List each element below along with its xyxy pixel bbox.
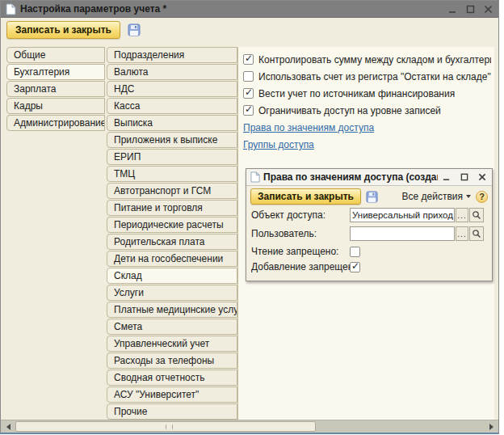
arrow-left-icon: [6, 424, 10, 430]
category-tab[interactable]: Расходы за телефоны: [107, 353, 237, 369]
magnifier-icon: [472, 229, 481, 239]
checkbox-row: Вести учет по источникам финансирования: [243, 86, 491, 101]
all-actions-label: Все действия: [402, 191, 463, 202]
field-row: Пользователь: ...: [246, 226, 492, 241]
dialog-toolbar: Записать и закрыть Все действия ?: [246, 186, 492, 208]
tab-buhgalteriya[interactable]: Бухгалтерия: [6, 64, 105, 80]
field-label: Добавление запрещено:: [251, 261, 350, 272]
link-row: Права по значениям доступа: [243, 120, 491, 137]
checkbox-label: Использовать счет из регистра "Остатки н…: [258, 71, 491, 82]
category-tab[interactable]: Платные медицинские услуги: [107, 302, 237, 318]
read-forbidden-checkbox[interactable]: [350, 247, 360, 257]
field-label: Пользователь:: [251, 228, 350, 239]
checkbox-label: Ограничивать доступ на уровне записей: [258, 105, 441, 116]
category-tab[interactable]: Дети на гособеспечении: [107, 251, 237, 267]
tab-zarplata[interactable]: Зарплата: [6, 81, 105, 97]
checkbox[interactable]: [243, 54, 254, 65]
close-icon: [484, 5, 493, 14]
window-controls: [447, 3, 494, 15]
category-tab[interactable]: Касса: [107, 98, 237, 114]
arrow-right-icon: [489, 424, 494, 430]
field-label: Чтение запрещено:: [251, 246, 350, 257]
checkbox-row: Контролировать сумму между складом и бух…: [243, 52, 491, 67]
category-tab[interactable]: Периодические расчеты: [107, 217, 237, 233]
category-tab[interactable]: Родительская плата: [107, 234, 237, 250]
category-tab[interactable]: АСУ "Университет": [107, 386, 237, 403]
window-title: Настройка параметров учета *: [20, 3, 443, 15]
save-button[interactable]: [128, 23, 141, 36]
save-and-close-button[interactable]: Записать и закрыть: [6, 21, 120, 39]
checkbox-label: Вести учет по источникам финансирования: [258, 88, 455, 99]
tab-kadry[interactable]: Кадры: [6, 98, 105, 114]
open-button[interactable]: [469, 208, 484, 222]
link-row: Группы доступа: [243, 137, 491, 154]
category-tab[interactable]: Сводная отчетность: [107, 370, 237, 386]
scroll-left-button[interactable]: [2, 420, 15, 433]
category-tab[interactable]: Выписка: [107, 115, 237, 131]
dialog-titlebar: Права по значениям доступа (создание...: [246, 169, 492, 186]
category-tabs: Подразделения Валюта НДС Касса Выписка П…: [107, 47, 237, 420]
maximize-button[interactable]: [464, 3, 476, 15]
close-icon: [478, 173, 486, 181]
horizontal-scrollbar[interactable]: [1, 420, 498, 433]
maximize-icon: [460, 173, 468, 181]
access-object-field[interactable]: Универсальный приход: [350, 208, 455, 222]
access-groups-link[interactable]: Группы доступа: [243, 139, 314, 150]
close-button[interactable]: [477, 171, 488, 183]
category-tab[interactable]: Приложения к выписке: [107, 132, 237, 148]
category-tab[interactable]: ТМЦ: [107, 166, 237, 182]
main-window: Настройка параметров учета * Записать и …: [0, 0, 499, 434]
field-row: Добавление запрещено:: [246, 260, 492, 273]
checkbox[interactable]: [243, 71, 254, 82]
titlebar: Настройка параметров учета *: [1, 1, 498, 18]
category-tab-selected[interactable]: Склад: [107, 268, 237, 284]
category-tab[interactable]: Питание и торговля: [107, 200, 237, 216]
main-toolbar: Записать и закрыть: [6, 21, 141, 39]
magnifier-icon: [472, 210, 481, 220]
close-button[interactable]: [482, 3, 494, 15]
field-row: Объект доступа: Универсальный приход ...: [246, 208, 492, 222]
access-value-rights-link[interactable]: Права по значениям доступа: [243, 122, 374, 133]
help-button[interactable]: ?: [476, 191, 488, 203]
checkbox-row: Использовать счет из регистра "Остатки н…: [243, 69, 491, 84]
tab-obshchie[interactable]: Общие: [6, 47, 105, 63]
document-icon: [6, 3, 16, 15]
tab-administrirovanie[interactable]: Администрирование: [6, 115, 105, 131]
section-tabs: Общие Бухгалтерия Зарплата Кадры Админис…: [6, 47, 105, 132]
document-icon: [250, 171, 260, 183]
field-label: Объект доступа:: [251, 209, 350, 221]
scrollbar-thumb[interactable]: [15, 421, 316, 432]
minimize-button[interactable]: [441, 171, 452, 183]
scroll-right-button[interactable]: [485, 420, 498, 433]
user-field[interactable]: [350, 226, 455, 241]
minimize-icon: [448, 5, 457, 14]
open-button[interactable]: [469, 226, 484, 241]
category-tab[interactable]: Смета: [107, 319, 237, 335]
checkbox[interactable]: [243, 105, 254, 116]
choose-button[interactable]: ...: [456, 226, 468, 241]
floppy-disk-icon: [366, 191, 378, 203]
checkbox-row: Ограничивать доступ на уровне записей: [243, 103, 491, 118]
category-tab[interactable]: Управленческий учет: [107, 336, 237, 352]
category-tab[interactable]: НДС: [107, 81, 237, 97]
category-tab[interactable]: Автотранспорт и ГСМ: [107, 183, 237, 199]
add-forbidden-checkbox[interactable]: [350, 262, 360, 272]
dialog-controls: [441, 171, 488, 183]
maximize-button[interactable]: [459, 171, 470, 183]
category-tab[interactable]: Услуги: [107, 285, 237, 301]
all-actions-button[interactable]: Все действия: [402, 191, 471, 202]
checkbox-label: Контролировать сумму между складом и бух…: [258, 54, 491, 65]
dialog-save-and-close-button[interactable]: Записать и закрыть: [250, 188, 361, 205]
minimize-icon: [443, 173, 451, 181]
category-tab[interactable]: ЕРИП: [107, 149, 237, 165]
category-tab[interactable]: Прочие: [107, 403, 237, 420]
minimize-button[interactable]: [447, 3, 458, 15]
choose-button[interactable]: ...: [456, 208, 468, 222]
dialog-title: Права по значениям доступа (создание...: [263, 171, 438, 183]
dialog-save-button[interactable]: [366, 191, 378, 203]
floppy-disk-icon: [128, 23, 141, 36]
category-tab[interactable]: Подразделения: [107, 47, 237, 63]
category-tab[interactable]: Валюта: [107, 64, 237, 80]
checkbox[interactable]: [243, 88, 254, 99]
access-rights-dialog: Права по значениям доступа (создание... …: [246, 168, 493, 281]
